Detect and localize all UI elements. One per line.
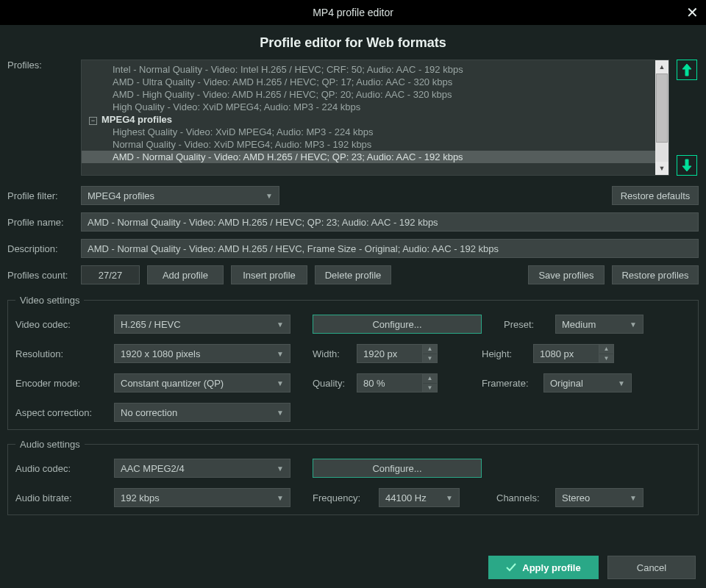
frequency-label: Frequency:	[313, 492, 379, 503]
move-down-button[interactable]	[677, 155, 697, 176]
video-settings-group: Video settings Video codec: H.265 / HEVC…	[7, 295, 699, 430]
page-title: Profile editor for Web formats	[7, 35, 699, 51]
height-stepper[interactable]: 1080 px▲▼	[533, 344, 614, 363]
profiles-count-label: Profiles count:	[7, 270, 81, 281]
tree-item[interactable]: AMD - High Quality - Video: AMD H.265 / …	[82, 88, 655, 101]
chevron-down-icon: ▼	[277, 379, 284, 387]
profiles-tree[interactable]: Intel - Normal Quality - Video: Intel H.…	[81, 60, 669, 176]
chevron-down-icon: ▼	[265, 192, 273, 200]
description-label: Description:	[7, 243, 81, 254]
spin-down-icon[interactable]: ▼	[423, 384, 437, 392]
profile-name-label: Profile name:	[7, 217, 81, 228]
tree-item[interactable]: High Quality - Video: XviD MPEG4; Audio:…	[82, 101, 655, 113]
save-profiles-button[interactable]: Save profiles	[528, 265, 605, 284]
description-field[interactable]: AMD - Normal Quality - Video: AMD H.265 …	[81, 239, 699, 258]
preset-select[interactable]: Medium▼	[555, 315, 643, 334]
spin-up-icon[interactable]: ▲	[423, 374, 437, 384]
quality-stepper[interactable]: 80 %▲▼	[357, 373, 438, 392]
add-profile-button[interactable]: Add profile	[147, 265, 224, 284]
check-icon	[506, 562, 516, 573]
tree-item-selected[interactable]: AMD - Normal Quality - Video: AMD H.265 …	[82, 151, 655, 163]
spin-down-icon[interactable]: ▼	[423, 354, 437, 363]
spin-up-icon[interactable]: ▲	[599, 345, 613, 354]
apply-profile-label: Apply profile	[522, 562, 580, 573]
channels-select[interactable]: Stereo▼	[555, 488, 643, 507]
window-title: MP4 profile editor	[313, 7, 393, 18]
chevron-down-icon: ▼	[277, 465, 284, 473]
framerate-label: Framerate:	[482, 378, 543, 389]
audio-codec-label: Audio codec:	[15, 463, 114, 474]
quality-label: Quality:	[313, 378, 357, 389]
delete-profile-button[interactable]: Delete profile	[315, 265, 391, 284]
encoder-mode-label: Encoder mode:	[15, 378, 114, 389]
chevron-down-icon: ▼	[277, 409, 284, 417]
profile-filter-select[interactable]: MPEG4 profiles▼	[81, 186, 279, 205]
tree-group[interactable]: −MPEG4 profiles	[82, 113, 655, 126]
scroll-up-icon[interactable]: ▲	[655, 60, 668, 74]
preset-label: Preset:	[504, 319, 555, 330]
channels-label: Channels:	[496, 492, 555, 503]
profile-filter-label: Profile filter:	[7, 190, 81, 201]
audio-bitrate-select[interactable]: 192 kbps▼	[114, 488, 290, 507]
profile-name-field[interactable]: AMD - Normal Quality - Video: AMD H.265 …	[81, 212, 699, 232]
audio-configure-button[interactable]: Configure...	[313, 459, 482, 478]
chevron-down-icon: ▼	[618, 379, 625, 387]
tree-item[interactable]: Intel - Normal Quality - Video: Intel H.…	[82, 63, 655, 76]
video-settings-legend: Video settings	[15, 295, 84, 306]
width-label: Width:	[313, 348, 357, 359]
audio-bitrate-label: Audio bitrate:	[15, 492, 114, 503]
profiles-label: Profiles:	[7, 60, 81, 71]
aspect-correction-select[interactable]: No correction▼	[114, 403, 290, 422]
spin-down-icon[interactable]: ▼	[599, 354, 613, 363]
resolution-select[interactable]: 1920 x 1080 pixels▼	[114, 344, 290, 363]
scroll-thumb[interactable]	[656, 74, 668, 143]
chevron-down-icon: ▼	[277, 350, 284, 358]
video-codec-select[interactable]: H.265 / HEVC▼	[114, 315, 290, 334]
frequency-select[interactable]: 44100 Hz▼	[379, 488, 460, 507]
chevron-down-icon: ▼	[277, 494, 284, 502]
profile-filter-value: MPEG4 profiles	[88, 190, 154, 201]
encoder-mode-select[interactable]: Constant quantizer (QP)▼	[114, 373, 290, 392]
arrow-up-icon	[682, 63, 692, 76]
scroll-track[interactable]	[655, 74, 668, 162]
chevron-down-icon: ▼	[630, 494, 637, 502]
close-icon[interactable]: ✕	[686, 4, 699, 21]
collapse-icon[interactable]: −	[89, 117, 97, 125]
audio-settings-legend: Audio settings	[15, 439, 85, 450]
height-label: Height:	[482, 348, 533, 359]
arrow-down-icon	[682, 159, 692, 172]
resolution-label: Resolution:	[15, 348, 114, 359]
cancel-button[interactable]: Cancel	[607, 556, 696, 579]
title-bar: MP4 profile editor ✕	[0, 0, 706, 25]
tree-item[interactable]: Highest Quality - Video: XviD MPEG4; Aud…	[82, 126, 655, 138]
move-up-button[interactable]	[677, 60, 697, 80]
aspect-correction-label: Aspect correction:	[15, 407, 114, 418]
audio-settings-group: Audio settings Audio codec: AAC MPEG2/4▼…	[7, 439, 699, 515]
restore-defaults-button[interactable]: Restore defaults	[612, 186, 699, 205]
framerate-select[interactable]: Original▼	[543, 373, 632, 392]
video-codec-label: Video codec:	[15, 319, 114, 330]
audio-codec-select[interactable]: AAC MPEG2/4▼	[114, 459, 290, 478]
tree-item[interactable]: Normal Quality - Video: XviD MPEG4; Audi…	[82, 138, 655, 151]
apply-profile-button[interactable]: Apply profile	[488, 556, 599, 579]
scroll-down-icon[interactable]: ▼	[655, 162, 668, 175]
tree-item[interactable]: AMD - Ultra Quality - Video: AMD H.265 /…	[82, 76, 655, 88]
chevron-down-icon: ▼	[630, 320, 637, 329]
chevron-down-icon: ▼	[446, 494, 453, 502]
spin-up-icon[interactable]: ▲	[423, 345, 437, 354]
profiles-count-value: 27/27	[81, 265, 140, 284]
scrollbar[interactable]: ▲ ▼	[655, 60, 668, 175]
restore-profiles-button[interactable]: Restore profiles	[612, 265, 699, 284]
chevron-down-icon: ▼	[277, 320, 284, 329]
width-stepper[interactable]: 1920 px▲▼	[357, 344, 438, 363]
tree-group-label: MPEG4 profiles	[101, 114, 172, 125]
insert-profile-button[interactable]: Insert profile	[231, 265, 307, 284]
video-configure-button[interactable]: Configure...	[313, 315, 482, 334]
